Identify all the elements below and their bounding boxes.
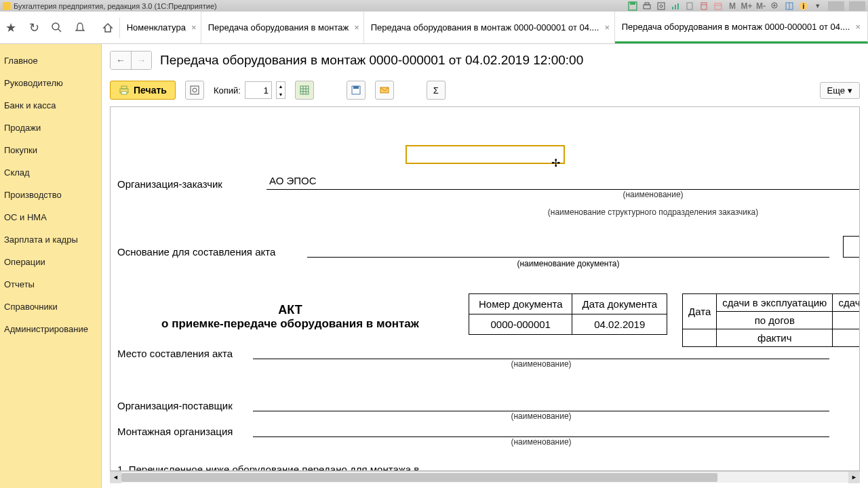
svg-rect-1 bbox=[630, 2, 635, 5]
close-icon[interactable]: × bbox=[855, 22, 861, 32]
preview-button[interactable] bbox=[185, 81, 204, 100]
sidebar-item-refs[interactable]: Справочники bbox=[0, 296, 101, 318]
grid-button[interactable] bbox=[295, 81, 314, 100]
tab-label: Передача оборудования в монтаж 0000-0000… bbox=[622, 22, 850, 32]
sidebar-item-purchases[interactable]: Покупки bbox=[0, 139, 101, 161]
calendar-icon[interactable] bbox=[713, 1, 724, 12]
document[interactable]: Унифицированная форма ОС Утверждена пост… bbox=[111, 107, 860, 471]
hint-docname: (наименование документа) bbox=[307, 259, 829, 268]
n-box: н bbox=[843, 236, 860, 258]
place-value[interactable] bbox=[253, 344, 829, 359]
calc-icon[interactable] bbox=[698, 1, 709, 12]
svg-rect-12 bbox=[715, 3, 722, 9]
sidebar-item-main[interactable]: Главное bbox=[0, 49, 101, 72]
basis-label: Основание для составления акта bbox=[117, 246, 307, 258]
panes-icon[interactable] bbox=[784, 1, 795, 12]
info-icon[interactable]: i bbox=[798, 1, 809, 12]
customer-value[interactable]: АО ЭПОС bbox=[267, 175, 860, 190]
sidebar-item-production[interactable]: Производство bbox=[0, 184, 101, 206]
save-icon[interactable] bbox=[627, 1, 638, 12]
tab-label: Номенклатура bbox=[127, 22, 186, 33]
customer-label: Организация-заказчик bbox=[117, 178, 267, 190]
scroll-left-button[interactable]: ◄ bbox=[110, 472, 121, 483]
sidebar-item-warehouse[interactable]: Склад bbox=[0, 161, 101, 184]
m-icon[interactable]: M bbox=[727, 1, 738, 12]
sidebar-item-os[interactable]: ОС и НМА bbox=[0, 206, 101, 228]
scroll-track[interactable] bbox=[121, 472, 848, 483]
titlebar-tools: M M+ M- i ▾ bbox=[627, 1, 865, 12]
tab-transfer[interactable]: Передача оборудования в монтаж× bbox=[201, 12, 364, 43]
close-icon[interactable]: × bbox=[604, 22, 610, 33]
tab-nomenclature[interactable]: Номенклатура× bbox=[120, 12, 201, 43]
print-button[interactable]: Печать bbox=[110, 81, 176, 100]
sum-button[interactable]: Σ bbox=[427, 81, 446, 100]
document-area: Унифицированная форма ОС Утверждена пост… bbox=[110, 106, 860, 471]
horizontal-scrollbar[interactable]: ◄ ► bbox=[110, 471, 860, 483]
doc-icon[interactable] bbox=[684, 1, 695, 12]
mont-label: Монтажная организация bbox=[117, 426, 253, 437]
copies-input[interactable] bbox=[245, 81, 272, 99]
titlebar-text: Бухгалтерия предприятия, редакция 3.0 (1… bbox=[14, 2, 627, 10]
account-label: Счет, субсчет, код аналитического у bbox=[117, 271, 860, 283]
scroll-thumb[interactable] bbox=[121, 473, 717, 482]
basis-value[interactable] bbox=[307, 243, 829, 258]
bell-icon[interactable] bbox=[73, 21, 87, 35]
m-plus-icon[interactable]: M+ bbox=[741, 1, 752, 12]
minimize-button[interactable] bbox=[828, 1, 844, 11]
copies-spinner[interactable]: ▲▼ bbox=[276, 81, 285, 99]
more-button[interactable]: Еще ▾ bbox=[820, 82, 860, 99]
forward-button[interactable]: → bbox=[131, 52, 151, 69]
preview-icon[interactable] bbox=[656, 1, 667, 12]
section1-value[interactable] bbox=[456, 460, 860, 471]
tab-doc1[interactable]: Передача оборудования в монтаж 0000-0000… bbox=[364, 12, 615, 43]
selected-cell[interactable] bbox=[406, 145, 565, 164]
close-icon[interactable]: × bbox=[354, 22, 359, 33]
sidebar-item-sales[interactable]: Продажи bbox=[0, 117, 101, 139]
close-icon[interactable]: × bbox=[191, 22, 197, 33]
sidebar-item-bank[interactable]: Банк и касса bbox=[0, 94, 101, 117]
svg-rect-24 bbox=[121, 86, 127, 89]
svg-rect-2 bbox=[644, 5, 650, 9]
place-label: Место составления акта bbox=[117, 348, 253, 359]
svg-rect-8 bbox=[677, 3, 679, 9]
sidebar-item-reports[interactable]: Отчеты bbox=[0, 273, 101, 296]
back-button[interactable]: ← bbox=[111, 52, 131, 69]
zoom-in-icon[interactable] bbox=[770, 1, 781, 12]
svg-rect-3 bbox=[645, 3, 649, 5]
save-button[interactable] bbox=[347, 81, 366, 100]
content: ← → Передача оборудования в монтаж 0000-… bbox=[102, 44, 868, 488]
tab-label: Передача оборудования в монтаж bbox=[208, 22, 349, 33]
copies-label: Копий: bbox=[214, 85, 241, 96]
home-button[interactable] bbox=[100, 18, 120, 38]
history-icon[interactable]: ↻ bbox=[27, 21, 41, 35]
date-table: Датасдачи в эксплуатациюсдачи в м по дог… bbox=[682, 293, 860, 347]
search-icon[interactable] bbox=[50, 21, 64, 35]
svg-point-21 bbox=[52, 23, 59, 30]
svg-point-5 bbox=[660, 5, 663, 7]
section1-label: 1. Перечисленное ниже оборудование перед… bbox=[117, 464, 456, 471]
dropdown-icon[interactable]: ▾ bbox=[812, 1, 823, 12]
tab-doc2[interactable]: Передача оборудования в монтаж 0000-0000… bbox=[615, 12, 868, 43]
resize-cursor-icon: ✢ bbox=[551, 157, 560, 169]
sidebar-item-hr[interactable]: Зарплата и кадры bbox=[0, 228, 101, 251]
supplier-value[interactable] bbox=[253, 396, 829, 411]
mont-value[interactable] bbox=[253, 422, 829, 437]
sidebar-item-manager[interactable]: Руководителю bbox=[0, 72, 101, 94]
svg-rect-10 bbox=[701, 3, 707, 9]
sidebar-item-ops[interactable]: Операции bbox=[0, 251, 101, 273]
print-icon[interactable] bbox=[642, 1, 652, 12]
scroll-right-button[interactable]: ► bbox=[848, 472, 860, 483]
svg-rect-34 bbox=[353, 86, 359, 89]
chart-icon[interactable] bbox=[670, 1, 681, 12]
nav-buttons: ← → bbox=[110, 51, 152, 70]
hint-name: (наименование) bbox=[267, 190, 860, 199]
hint-struct: (наименование структурного подразделения… bbox=[267, 207, 860, 217]
m-minus-icon[interactable]: M- bbox=[755, 1, 766, 12]
maximize-button[interactable] bbox=[849, 1, 865, 11]
sidebar-item-admin[interactable]: Администрирование bbox=[0, 318, 101, 340]
svg-text:i: i bbox=[803, 3, 805, 10]
favorites-icon[interactable]: ★ bbox=[4, 21, 18, 35]
svg-rect-26 bbox=[191, 86, 199, 94]
email-button[interactable] bbox=[375, 81, 394, 100]
titlebar: Бухгалтерия предприятия, редакция 3.0 (1… bbox=[0, 0, 868, 12]
